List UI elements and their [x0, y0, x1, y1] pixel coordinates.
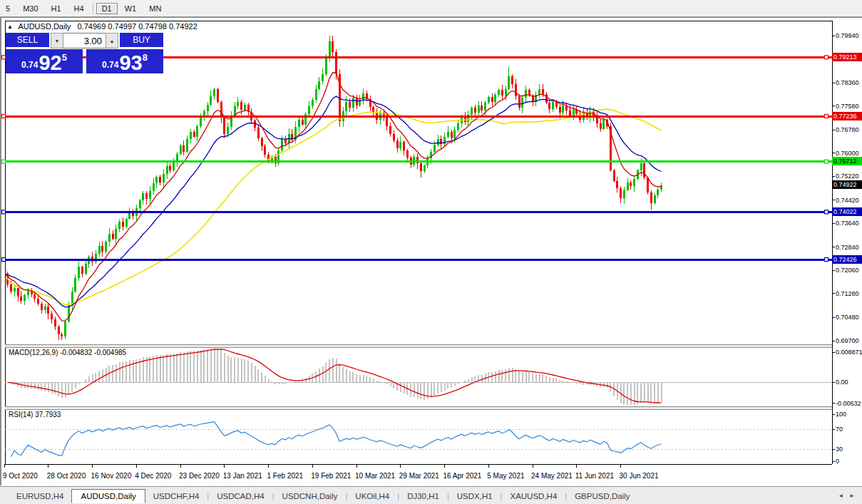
- date-axis-label: 4 Dec 2020: [135, 472, 171, 480]
- tab-usdx-h1[interactable]: USDX,H1: [449, 490, 501, 503]
- macd-axis-tick: 0.008871: [836, 349, 861, 356]
- price-axis-tick: 0.72060: [836, 267, 861, 274]
- buy-price-pip: 8: [143, 52, 148, 63]
- date-axis-label: 9 Oct 2020: [3, 472, 38, 480]
- price-axis-badge: 0.75712: [832, 157, 862, 165]
- mt4-window: 5M30H1H4D1W1MN ▲ AUDUSD,Daily 0.74969 0.…: [0, 0, 862, 504]
- timeframe-5[interactable]: 5: [0, 3, 16, 14]
- chart-symbol: AUDUSD,Daily: [18, 22, 71, 31]
- price-axis-tick: 0.76000: [836, 150, 861, 157]
- price-axis-tick: 0.79940: [836, 32, 861, 39]
- date-axis-label: 29 Mar 2021: [399, 472, 439, 480]
- rsi-label: RSI(14) 37.7933: [9, 411, 61, 418]
- volume-input[interactable]: 3.00: [63, 33, 106, 48]
- volume-stepper: ▼ 3.00 ▲: [51, 33, 118, 48]
- date-axis-label: 16 Apr 2021: [443, 472, 482, 480]
- volume-increase-button[interactable]: ▲: [106, 33, 118, 48]
- price-axis-tick: 0.70480: [836, 314, 861, 321]
- sell-price-big: 92: [39, 53, 61, 72]
- timeframe-MN[interactable]: MN: [143, 3, 167, 14]
- price-axis-badge: 0.74922: [832, 180, 862, 189]
- macd-axis-tick: -0.00632: [836, 400, 861, 407]
- timeframe-H1[interactable]: H1: [46, 3, 67, 14]
- tab-ukoil-h4[interactable]: UKOil,H4: [347, 490, 397, 503]
- tab-xauusd-h4[interactable]: XAUUSD,H4: [502, 490, 565, 503]
- date-axis-label: 19 Feb 2021: [311, 472, 351, 480]
- date-axis-label: 10 Mar 2021: [355, 472, 395, 480]
- tab-dj30-h1[interactable]: DJ30,H1: [399, 490, 447, 503]
- tab-usdchf-h4[interactable]: USDCHF,H4: [145, 490, 207, 503]
- timeframe-M30[interactable]: M30: [17, 3, 43, 14]
- tab-eurusd-h4[interactable]: EURUSD,H4: [9, 490, 71, 503]
- tab-scroll-right-icon[interactable]: ►: [849, 493, 855, 499]
- price-axis-tick: 0.76780: [836, 126, 861, 133]
- macd-axis-tick: 0.00: [836, 379, 861, 386]
- timeframe-W1[interactable]: W1: [119, 3, 143, 14]
- tab-scroll-arrows: ◄►: [838, 493, 855, 499]
- buy-price-big: 93: [119, 53, 142, 72]
- date-axis-label: 5 May 2021: [487, 472, 524, 480]
- sell-price-pip: 5: [62, 52, 67, 63]
- date-axis-label: 28 Oct 2020: [47, 472, 86, 480]
- buy-button[interactable]: BUY: [120, 33, 163, 48]
- sell-price-display[interactable]: 0.74 92 5: [6, 49, 83, 73]
- tab-usdcad-h4[interactable]: USDCAD,H4: [209, 490, 272, 503]
- price-axis-tick: 0.78360: [836, 79, 861, 86]
- date-axis-label: 1 Feb 2021: [267, 472, 304, 480]
- macd-label: MACD(12,26,9) -0.004832 -0.004985: [9, 349, 126, 356]
- date-axis-label: 13 Jan 2021: [223, 472, 262, 480]
- date-axis-label: 30 Jun 2021: [620, 472, 659, 480]
- date-axis-label: 23 Dec 2020: [179, 472, 220, 480]
- tab-scroll-left-icon[interactable]: ◄: [838, 493, 843, 499]
- chart-title: ▲ AUDUSD,Daily 0.74969 0.74997 0.74798 0…: [7, 22, 197, 31]
- tab-gbpusd-daily[interactable]: GBPUSD,Daily: [567, 490, 637, 503]
- rsi-axis-tick: 70: [836, 426, 861, 433]
- price-axis-badge: 0.72426: [832, 255, 862, 264]
- price-axis-tick: 0.74420: [836, 197, 861, 204]
- collapse-arrow-icon[interactable]: ▲: [7, 24, 13, 30]
- tab-usdcnh-daily[interactable]: USDCNH,Daily: [274, 490, 346, 503]
- timeframe-D1[interactable]: D1: [96, 3, 118, 14]
- price-axis-tick: 0.72840: [836, 244, 861, 251]
- arrow-up-icon: ▲: [110, 38, 115, 43]
- sell-price-base: 0.74: [21, 60, 38, 70]
- chart-tab-bar: EURUSD,H4AUDUSD,DailyUSDCHF,H4|USDCAD,H4…: [0, 486, 862, 504]
- tab-audusd-daily[interactable]: AUDUSD,Daily: [71, 489, 145, 503]
- price-axis-tick: 0.77580: [836, 103, 861, 110]
- timeframe-H4[interactable]: H4: [68, 3, 90, 14]
- one-click-trading-panel: SELL ▼ 3.00 ▲ BUY 0.74 92 5 0.74 93 8: [6, 33, 163, 73]
- price-axis-tick: 0.71280: [836, 290, 861, 297]
- rsi-axis-tick: 100: [836, 411, 861, 418]
- date-axis-label: 24 May 2021: [531, 472, 573, 480]
- date-axis-label: 11 Jun 2021: [575, 472, 614, 480]
- price-axis-badge: 0.74022: [832, 207, 862, 216]
- toolbar-divider: [93, 3, 93, 14]
- buy-price-display[interactable]: 0.74 93 8: [86, 49, 163, 73]
- volume-decrease-button[interactable]: ▼: [51, 33, 63, 48]
- chart-ohlc: 0.74969 0.74997 0.74798 0.74922: [78, 22, 197, 31]
- date-axis-label: 16 Nov 2020: [91, 472, 132, 480]
- price-axis-tick: 0.69700: [836, 337, 861, 344]
- tab-bar-spacer: [0, 490, 9, 503]
- price-axis-tick: 0.73640: [836, 220, 861, 227]
- timeframe-toolbar: 5M30H1H4D1W1MN: [0, 0, 862, 17]
- buy-price-base: 0.74: [102, 60, 118, 70]
- price-axis-badge: 0.79213: [832, 53, 862, 61]
- rsi-axis-tick: 0: [836, 458, 861, 465]
- price-axis-badge: 0.77236: [832, 112, 862, 120]
- price-axis-tick: 0.75220: [836, 173, 861, 180]
- arrow-down-icon: ▼: [55, 38, 60, 43]
- rsi-axis-tick: 30: [836, 446, 861, 453]
- sell-button[interactable]: SELL: [6, 33, 49, 48]
